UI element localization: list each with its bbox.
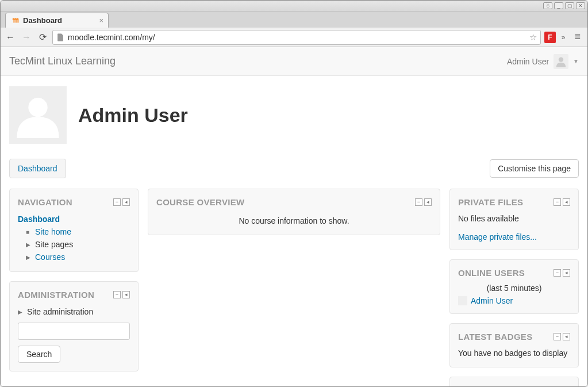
- bookmark-star-icon[interactable]: ☆: [529, 32, 537, 43]
- course-overview-title: COURSE OVERVIEW: [156, 197, 244, 207]
- online-user-link[interactable]: Admin User: [471, 296, 513, 305]
- back-button[interactable]: ←: [4, 31, 17, 44]
- calendar-block: CALENDAR − ◂: [449, 377, 579, 386]
- block-hide-icon[interactable]: −: [554, 198, 561, 206]
- calendar-title: CALENDAR: [458, 385, 508, 386]
- bullet-icon: ■: [26, 229, 32, 235]
- customise-page-button[interactable]: Customise this page: [490, 159, 579, 178]
- breadcrumb-dashboard-link[interactable]: Dashboard: [18, 164, 57, 173]
- block-hide-icon[interactable]: −: [415, 198, 422, 206]
- extensions-overflow-icon[interactable]: »: [559, 33, 568, 41]
- expand-icon: ▶: [18, 309, 24, 315]
- avatar-icon: [458, 296, 467, 305]
- block-hide-icon[interactable]: −: [554, 269, 561, 277]
- admin-tree: ▶Site administration: [18, 305, 130, 318]
- block-dock-icon[interactable]: ◂: [122, 291, 130, 298]
- right-column: PRIVATE FILES − ◂ No files available Man…: [449, 189, 579, 386]
- admin-search-input[interactable]: [18, 323, 130, 340]
- url-input[interactable]: [68, 33, 526, 42]
- nav-site-pages[interactable]: ▶Site pages: [18, 238, 130, 251]
- nav-courses[interactable]: ▶Courses: [18, 251, 130, 263]
- block-dock-icon[interactable]: ◂: [563, 333, 570, 340]
- nav-site-home[interactable]: ■Site home: [18, 225, 130, 238]
- middle-column: COURSE OVERVIEW − ◂ No course informatio…: [148, 189, 440, 244]
- browser-tabbar: Dashboard ×: [1, 12, 587, 28]
- close-tab-icon[interactable]: ×: [99, 16, 103, 25]
- online-user-row: Admin User: [458, 296, 570, 305]
- manage-private-files-link[interactable]: Manage private files...: [458, 232, 537, 242]
- breadcrumb: Dashboard: [9, 159, 66, 178]
- page-header: Admin User: [1, 76, 587, 159]
- content-columns: NAVIGATION − ◂ Dashboard ■Site home ▶Sit…: [1, 189, 587, 386]
- admin-site-administration[interactable]: ▶Site administration: [18, 305, 130, 318]
- user-menu[interactable]: Admin User ▼: [507, 54, 579, 69]
- latest-badges-empty: You have no badges to display: [458, 347, 570, 359]
- maximize-button[interactable]: ▢: [565, 2, 574, 9]
- site-brand[interactable]: TecMint Linux Learning: [9, 55, 116, 67]
- svg-point-1: [28, 98, 47, 117]
- user-menu-name: Admin User: [507, 57, 549, 66]
- reload-button[interactable]: ⟳: [36, 31, 49, 44]
- block-dock-icon[interactable]: ◂: [424, 198, 432, 206]
- expand-icon: ▶: [26, 242, 32, 248]
- profile-avatar: [9, 86, 67, 144]
- page-body: TecMint Linux Learning Admin User ▼ Admi…: [1, 47, 587, 386]
- avatar-icon: [554, 54, 568, 69]
- block-hide-icon[interactable]: −: [554, 333, 561, 340]
- caret-down-icon: ▼: [573, 58, 579, 64]
- site-topnav: TecMint Linux Learning Admin User ▼: [1, 47, 587, 76]
- block-hide-icon[interactable]: −: [113, 291, 121, 298]
- actions-row: Dashboard Customise this page: [1, 159, 587, 189]
- svg-point-0: [559, 57, 563, 62]
- online-users-block: ONLINE USERS − ◂ (last 5 minutes) Admin …: [449, 259, 579, 314]
- page-title: Admin User: [78, 104, 188, 127]
- nav-dashboard[interactable]: Dashboard: [18, 213, 130, 225]
- administration-block-title: ADMINISTRATION: [18, 290, 94, 300]
- course-overview-block: COURSE OVERVIEW − ◂ No course informatio…: [148, 189, 440, 235]
- close-window-button[interactable]: ✕: [576, 2, 585, 9]
- navigation-block-title: NAVIGATION: [18, 197, 72, 207]
- page-viewport[interactable]: TecMint Linux Learning Admin User ▼ Admi…: [1, 47, 587, 386]
- browser-address-bar: ← → ⟳ ☆ F » ≡: [1, 28, 587, 47]
- expand-icon: ▶: [26, 254, 32, 260]
- navigation-tree: Dashboard ■Site home ▶Site pages ▶Course…: [18, 213, 130, 263]
- administration-block: ADMINISTRATION − ◂ ▶Site administration …: [9, 281, 139, 371]
- left-column: NAVIGATION − ◂ Dashboard ■Site home ▶Sit…: [9, 189, 139, 381]
- hamburger-menu-icon[interactable]: ≡: [571, 31, 584, 43]
- browser-tab[interactable]: Dashboard ×: [5, 13, 109, 28]
- online-users-title: ONLINE USERS: [458, 268, 525, 278]
- private-files-block: PRIVATE FILES − ◂ No files available Man…: [449, 189, 579, 250]
- course-overview-empty: No course information to show.: [156, 213, 432, 227]
- moodle-favicon-icon: [11, 17, 20, 25]
- block-hide-icon[interactable]: −: [113, 198, 121, 206]
- latest-badges-block: LATEST BADGES − ◂ You have no badges to …: [449, 323, 579, 367]
- private-files-empty: No files available: [458, 213, 570, 224]
- private-files-title: PRIVATE FILES: [458, 197, 523, 207]
- navigation-block: NAVIGATION − ◂ Dashboard ■Site home ▶Sit…: [9, 189, 139, 272]
- browser-window: ☃ _ ▢ ✕ Dashboard × ← → ⟳ ☆ F » ≡: [0, 0, 588, 387]
- os-titlebar: ☃ _ ▢ ✕: [1, 1, 587, 12]
- block-dock-icon[interactable]: ◂: [122, 198, 130, 206]
- online-users-info: (last 5 minutes): [458, 283, 570, 296]
- block-dock-icon[interactable]: ◂: [563, 269, 570, 277]
- page-icon: [56, 33, 64, 41]
- user-icon[interactable]: ☃: [543, 2, 552, 9]
- forward-button[interactable]: →: [20, 31, 33, 44]
- minimize-button[interactable]: _: [554, 2, 563, 9]
- tab-title: Dashboard: [23, 16, 62, 25]
- block-dock-icon[interactable]: ◂: [563, 198, 570, 206]
- url-field[interactable]: ☆: [52, 30, 541, 45]
- latest-badges-title: LATEST BADGES: [458, 332, 532, 342]
- flipboard-extension-icon[interactable]: F: [544, 32, 556, 43]
- admin-search-button[interactable]: Search: [18, 346, 60, 363]
